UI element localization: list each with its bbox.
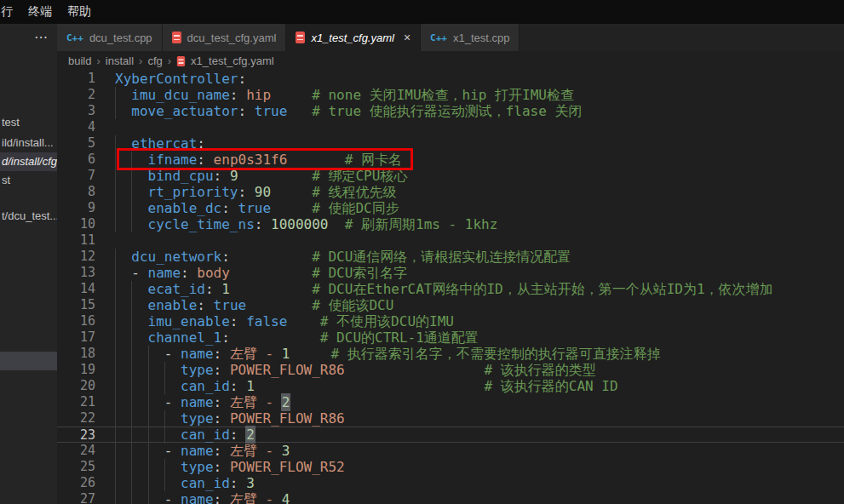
tab-x1_test.cpp[interactable]: C++x1_test.cpp (421, 24, 520, 51)
code-line[interactable]: 24 - name: 左臂 - 3 (57, 443, 844, 459)
line-number[interactable]: 11 (57, 232, 95, 249)
sidebar-item[interactable]: st (0, 171, 57, 190)
token-num: 1000000 (271, 216, 328, 232)
indent-guide (131, 394, 147, 410)
token-num: 3 (282, 443, 290, 459)
menu-item-0[interactable]: 行 (0, 4, 20, 20)
code-line[interactable]: 5 ethercat: (57, 135, 844, 152)
editor-tab-bar: C++dcu_test.cppdcu_test_cfg.yamlx1_test_… (57, 24, 844, 51)
code-line[interactable]: 1XyberController: (57, 71, 844, 87)
breadcrumb-segment[interactable]: cfg (147, 54, 162, 67)
line-number[interactable]: 10 (57, 216, 95, 232)
menu-item-1[interactable]: 终端 (20, 4, 60, 20)
indent-guide (115, 491, 131, 504)
code-line[interactable]: 3 move_actuator: true # true 使能执行器运动测试，f… (57, 103, 844, 119)
breadcrumb-file[interactable]: x1_test_cfg.yaml (191, 54, 274, 67)
code-line[interactable]: 7 bind_cpu: 9 # 绑定CPU核心 (57, 168, 844, 184)
indent-guide (131, 329, 147, 346)
code-line[interactable]: 6 ifname: enp0s31f6 # 网卡名 (57, 152, 844, 168)
line-number[interactable]: 6 (57, 152, 95, 168)
line-number[interactable]: 12 (57, 249, 95, 265)
token-t (345, 362, 485, 378)
token-str: POWER_FLOW_R52 (230, 459, 345, 475)
code-line[interactable]: 8 rt_priority: 90 # 线程优先级 (57, 184, 844, 200)
line-number[interactable]: 13 (57, 265, 95, 281)
code-line[interactable]: 11 (57, 232, 844, 249)
code-line[interactable]: 20 can_id: 1 # 该执行器的CAN ID (57, 378, 844, 394)
line-number[interactable]: 22 (57, 410, 95, 427)
line-number[interactable]: 20 (57, 378, 95, 394)
line-number[interactable]: 15 (57, 297, 95, 313)
token-str: POWER_FLOW_R86 (230, 410, 345, 427)
indent-guide (148, 491, 164, 504)
more-actions-icon[interactable]: ⋯ (34, 29, 49, 45)
code-line[interactable]: 10 cycle_time_ns: 1000000 # 刷新周期1ms - 1k… (57, 216, 844, 232)
line-number[interactable]: 7 (57, 168, 95, 184)
line-number[interactable]: 18 (57, 346, 95, 362)
token-t (271, 87, 312, 103)
sidebar-item[interactable]: test (0, 113, 57, 132)
line-number[interactable]: 3 (57, 103, 95, 119)
tab-label: x1_test.cpp (453, 32, 510, 44)
line-number[interactable]: 8 (57, 184, 95, 200)
token-num: 9 (230, 168, 238, 184)
close-icon[interactable]: × (404, 32, 411, 43)
sidebar-highlighted-row[interactable] (0, 352, 57, 370)
code-line[interactable]: 4 (57, 119, 844, 135)
indent-guide (115, 184, 131, 200)
code-line-text: channel_1: # DCU的CTRL-1通道配置 (95, 329, 479, 346)
line-number[interactable]: 17 (57, 329, 95, 346)
tab-dcu_test_cfg.yaml[interactable]: dcu_test_cfg.yaml (163, 24, 287, 51)
line-number[interactable]: 14 (57, 281, 95, 297)
token-punc: : (255, 216, 263, 232)
line-number[interactable]: 1 (57, 71, 95, 87)
line-number[interactable]: 16 (57, 313, 95, 329)
line-number[interactable]: 27 (57, 491, 95, 504)
token-num: 1 (221, 281, 230, 297)
code-line[interactable]: 17 channel_1: # DCU的CTRL-1通道配置 (57, 329, 844, 346)
code-line[interactable]: 27 - name: 左臂 - 4 (57, 491, 844, 504)
code-line[interactable]: 18 - name: 左臂 - 1 # 执行器索引名字，不需要控制的执行器可直接… (57, 346, 844, 362)
code-line-text: - name: 左臂 - 1 # 执行器索引名字，不需要控制的执行器可直接注释掉 (95, 346, 661, 362)
code-line-text: type: POWER_FLOW_R86 # 该执行器的类型 (95, 362, 596, 378)
code-line[interactable]: 2 imu_dcu_name: hip # none 关闭IMU检查，hip 打… (57, 87, 844, 103)
token-punc: : (238, 103, 247, 119)
line-number[interactable]: 9 (57, 200, 95, 216)
breadcrumb-segment[interactable]: build (68, 54, 91, 67)
token-key: type (181, 459, 214, 475)
token-t (246, 184, 255, 200)
line-number[interactable]: 25 (57, 459, 95, 475)
menu-item-2[interactable]: 帮助 (60, 4, 99, 20)
code-line[interactable]: 19 type: POWER_FLOW_R86 # 该执行器的类型 (57, 362, 844, 378)
line-number[interactable]: 26 (57, 475, 95, 491)
tab-x1_test_cfg.yaml[interactable]: x1_test_cfg.yaml× (286, 24, 421, 51)
code-line-text (95, 232, 115, 249)
code-line[interactable]: 21 - name: 左臂 - 2 (57, 394, 844, 410)
line-number[interactable]: 4 (57, 119, 95, 135)
line-number[interactable]: 19 (57, 362, 95, 378)
code-line[interactable]: 14 ecat_id: 1 # DCU在EtherCAT网络中的ID，从主站开始… (57, 281, 844, 297)
code-line[interactable]: 15 enable: true # 使能该DCU (57, 297, 844, 313)
code-line[interactable]: 9 enable_dc: true # 使能DC同步 (57, 200, 844, 216)
code-line[interactable]: 16 imu_enable: false # 不使用该DCU的IMU (57, 313, 844, 329)
code-line[interactable]: 26 can_id: 3 (57, 475, 844, 491)
tab-dcu_test.cpp[interactable]: C++dcu_test.cpp (57, 24, 163, 51)
code-editor[interactable]: 1XyberController:2 imu_dcu_name: hip # n… (57, 71, 844, 504)
sidebar-item[interactable]: ild/install... (0, 134, 57, 152)
code-line[interactable]: 12 dcu_network: # DCU通信网络，请根据实机连接情况配置 (57, 249, 844, 265)
code-line[interactable]: 25 type: POWER_FLOW_R52 (57, 459, 844, 475)
line-number[interactable]: 21 (57, 394, 95, 410)
breadcrumb: build›install›cfg›x1_test_cfg.yaml (57, 51, 844, 71)
code-line[interactable]: 22 type: POWER_FLOW_R86 (57, 410, 844, 427)
token-str: hip (246, 87, 271, 103)
breadcrumb-separator: › (96, 54, 100, 67)
line-number[interactable]: 5 (57, 135, 95, 152)
code-line[interactable]: 13 - name: body # DCU索引名字 (57, 265, 844, 281)
line-number[interactable]: 2 (57, 87, 95, 103)
line-number[interactable]: 23 (57, 427, 95, 442)
code-line[interactable]: 23 can_id: 2 (57, 427, 844, 443)
sidebar-item[interactable]: t/dcu_test... (0, 207, 57, 226)
line-number[interactable]: 24 (57, 443, 95, 459)
sidebar-item[interactable]: d/install/cfg (0, 152, 57, 171)
breadcrumb-segment[interactable]: install (106, 54, 134, 67)
